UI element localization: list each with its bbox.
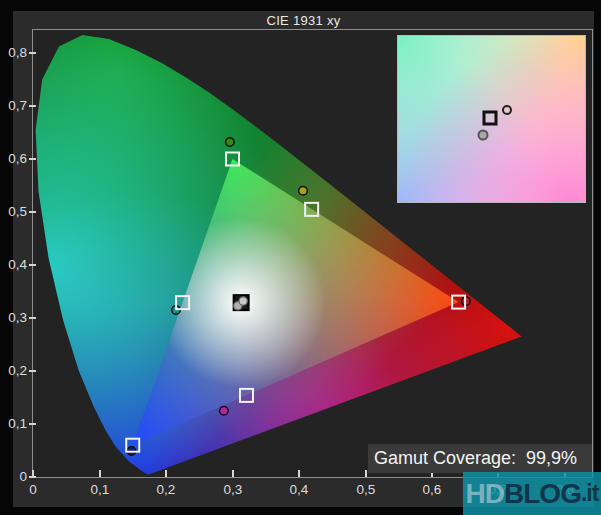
white-measured-circle	[478, 129, 489, 140]
x-axis-tick-label: 0,6	[412, 482, 452, 497]
x-axis-tick-label: 0,5	[346, 482, 386, 497]
y-axis-tick-label: 0	[0, 469, 27, 484]
measured-point-white-2	[239, 297, 247, 305]
measured-point-magenta	[220, 406, 229, 415]
white-reference-circle	[502, 105, 512, 115]
x-axis-tick-label: 0,1	[80, 482, 120, 497]
gamut-coverage-value: 99,9%	[526, 448, 577, 468]
watermark-blog: BLOG	[504, 478, 581, 510]
white-point-inset	[397, 35, 586, 203]
y-axis-tick-label: 0,4	[0, 257, 27, 272]
y-axis-tick-label: 0,8	[0, 45, 27, 60]
white-target-square	[483, 111, 498, 126]
page-title: CIE 1931 xy	[13, 11, 594, 30]
x-axis-tick-label: 0,4	[279, 482, 319, 497]
y-axis-tick-label: 0,6	[0, 151, 27, 166]
watermark-hd: HD	[466, 478, 504, 510]
y-axis-tick-label: 0,2	[0, 363, 27, 378]
x-axis-tick-label: 0	[13, 482, 53, 497]
target-marker-green	[226, 153, 239, 166]
hdblog-watermark: HDBLOG.it	[463, 472, 601, 515]
gamut-coverage-box: Gamut Coverage:99,9%	[368, 444, 592, 473]
y-axis-tick-label: 0,1	[0, 416, 27, 431]
watermark-it: .it	[581, 480, 598, 507]
x-axis-tick-label: 0,2	[146, 482, 186, 497]
x-axis-tick-label: 0,3	[213, 482, 253, 497]
measured-point-green	[226, 138, 235, 147]
y-axis-tick-label: 0,3	[0, 310, 27, 325]
target-marker-yellow	[305, 203, 318, 216]
y-axis-tick-label: 0,7	[0, 98, 27, 113]
y-axis-tick-label: 0,5	[0, 204, 27, 219]
gamut-coverage-label: Gamut Coverage:	[374, 448, 516, 468]
target-marker-magenta	[240, 389, 253, 402]
measured-point-yellow	[299, 187, 308, 196]
screenshot-frame: CIE 1931 xy	[0, 0, 601, 515]
